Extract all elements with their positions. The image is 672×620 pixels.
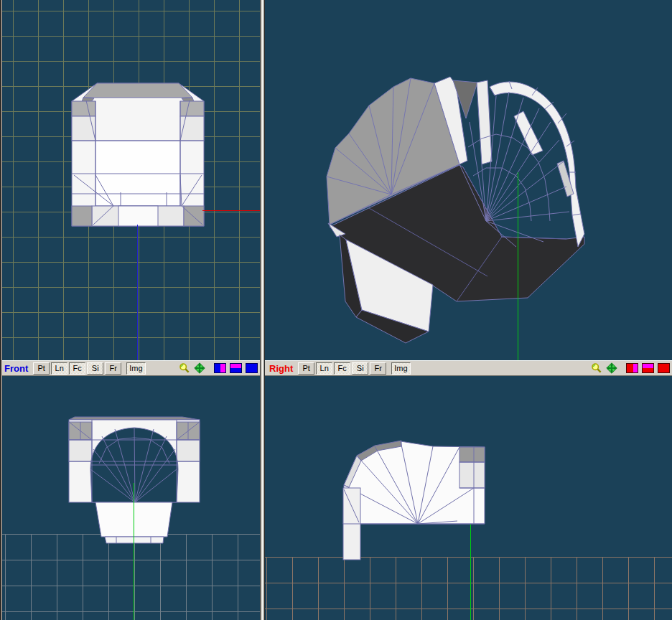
- viewport-top-left[interactable]: [0, 0, 260, 360]
- image-toggle-button[interactable]: Img: [126, 362, 145, 375]
- lines-toggle-button[interactable]: Ln: [51, 362, 67, 375]
- points-toggle-button[interactable]: Pt: [298, 362, 314, 375]
- pan-icon[interactable]: [194, 362, 205, 374]
- pan-icon[interactable]: [606, 362, 617, 374]
- single-view-swatch[interactable]: [246, 363, 258, 373]
- helmet-model-front: [0, 0, 260, 360]
- split-horizontal-swatch[interactable]: [642, 363, 654, 373]
- viewport-bottom-left[interactable]: [0, 376, 260, 620]
- front-view-label: Front: [4, 363, 28, 374]
- window-frame-edge: [0, 0, 2, 620]
- single-view-swatch[interactable]: [658, 363, 670, 373]
- image-toggle-button[interactable]: Img: [391, 362, 410, 375]
- fr-toggle-button[interactable]: Fr: [105, 362, 121, 375]
- front-toolbar: Front Pt Ln Fc Si Fr Img: [0, 360, 260, 376]
- faces-toggle-button[interactable]: Fc: [334, 362, 350, 375]
- si-toggle-button[interactable]: Si: [352, 362, 368, 375]
- magnifier-icon[interactable]: [591, 362, 602, 374]
- lines-toggle-button[interactable]: Ln: [316, 362, 332, 375]
- helmet-model-back: [0, 376, 260, 620]
- si-toggle-button[interactable]: Si: [87, 362, 103, 375]
- points-toggle-button[interactable]: Pt: [33, 362, 50, 375]
- right-view-label: Right: [269, 363, 293, 374]
- split-vertical-swatch[interactable]: [626, 363, 638, 373]
- right-toolbar: Right Pt Ln Fc Si Fr Img: [265, 360, 672, 376]
- viewport-bottom-right[interactable]: [265, 376, 672, 620]
- helmet-model-right: [265, 376, 672, 620]
- viewport-splitter[interactable]: [260, 0, 265, 620]
- app-window: Front Pt Ln Fc Si Fr Img: [0, 0, 672, 620]
- fr-toggle-button[interactable]: Fr: [370, 362, 386, 375]
- split-vertical-swatch[interactable]: [214, 363, 226, 373]
- magnifier-icon[interactable]: [179, 362, 190, 374]
- viewport-top-right[interactable]: [265, 0, 672, 360]
- split-horizontal-swatch[interactable]: [230, 363, 242, 373]
- helmet-model-perspective: [265, 0, 672, 360]
- faces-toggle-button[interactable]: Fc: [69, 362, 85, 375]
